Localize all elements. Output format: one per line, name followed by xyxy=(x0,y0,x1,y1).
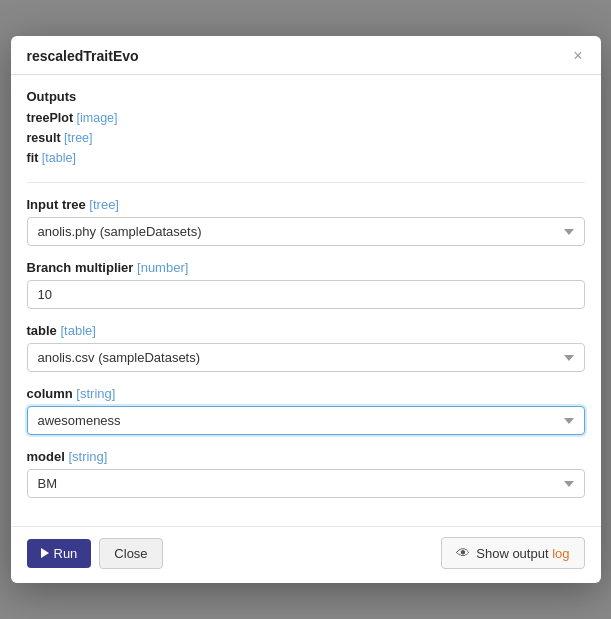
field-group-column: column [string] awesomeness xyxy=(27,386,585,435)
dialog-footer: Run Close 👁 Show output log xyxy=(11,526,601,583)
close-x-button[interactable]: × xyxy=(571,48,584,64)
play-icon xyxy=(41,548,49,558)
model-select[interactable]: BM xyxy=(27,469,585,498)
output-type-fit: [table] xyxy=(42,151,76,165)
outputs-section: Outputs treePlot [image] result [tree] f… xyxy=(27,89,585,183)
show-output-log-button[interactable]: 👁 Show output log xyxy=(441,537,584,569)
close-button[interactable]: Close xyxy=(99,538,162,569)
field-group-model: model [string] BM xyxy=(27,449,585,498)
field-label-model: model [string] xyxy=(27,449,585,464)
footer-left: Run Close xyxy=(27,538,163,569)
input-tree-select[interactable]: anolis.phy (sampleDatasets) xyxy=(27,217,585,246)
run-button-label: Run xyxy=(54,546,78,561)
output-row-fit: fit [table] xyxy=(27,148,585,168)
output-type-treeplot: [image] xyxy=(77,111,118,125)
field-label-table: table [table] xyxy=(27,323,585,338)
outputs-title: Outputs xyxy=(27,89,585,104)
eye-icon: 👁 xyxy=(456,545,470,561)
field-label-input-tree: Input tree [tree] xyxy=(27,197,585,212)
field-label-column: column [string] xyxy=(27,386,585,401)
output-label-result: result xyxy=(27,131,61,145)
output-row-result: result [tree] xyxy=(27,128,585,148)
run-button[interactable]: Run xyxy=(27,539,92,568)
output-label-fit: fit xyxy=(27,151,39,165)
output-label-treeplot: treePlot xyxy=(27,111,74,125)
output-type-result: [tree] xyxy=(64,131,93,145)
field-group-table: table [table] anolis.csv (sampleDatasets… xyxy=(27,323,585,372)
table-select[interactable]: anolis.csv (sampleDatasets) xyxy=(27,343,585,372)
field-label-branch-multiplier: Branch multiplier [number] xyxy=(27,260,585,275)
output-log-label: Show output log xyxy=(476,546,569,561)
branch-multiplier-input[interactable] xyxy=(27,280,585,309)
field-group-branch-multiplier: Branch multiplier [number] xyxy=(27,260,585,309)
field-group-input-tree: Input tree [tree] anolis.phy (sampleData… xyxy=(27,197,585,246)
column-select[interactable]: awesomeness xyxy=(27,406,585,435)
dialog-body: Outputs treePlot [image] result [tree] f… xyxy=(11,75,601,526)
dialog-header: rescaledTraitEvo × xyxy=(11,36,601,75)
dialog-title: rescaledTraitEvo xyxy=(27,48,139,64)
dialog: rescaledTraitEvo × Outputs treePlot [ima… xyxy=(11,36,601,583)
output-row-treeplot: treePlot [image] xyxy=(27,108,585,128)
